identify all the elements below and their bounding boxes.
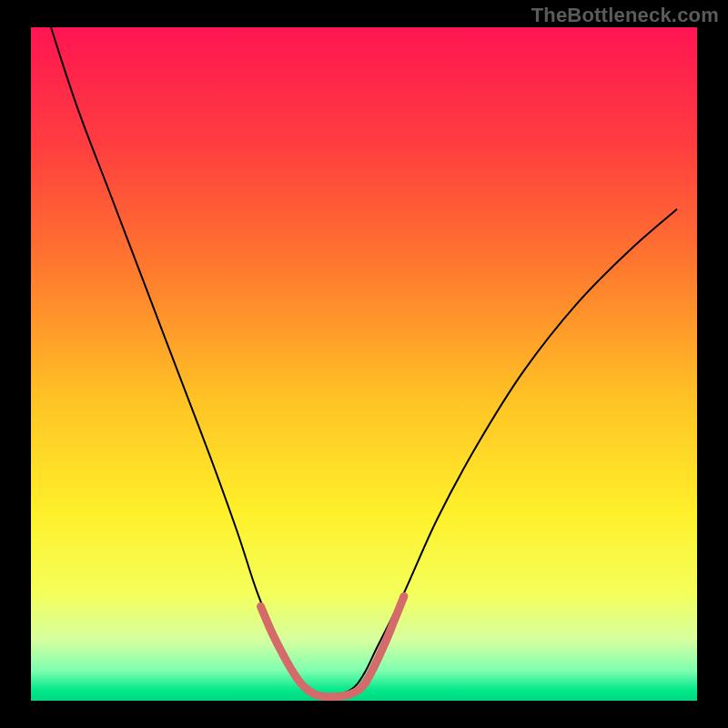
bottleneck-chart bbox=[0, 0, 728, 728]
chart-background-gradient bbox=[31, 27, 697, 701]
watermark-text: TheBottleneck.com bbox=[531, 4, 719, 27]
chart-stage: TheBottleneck.com bbox=[0, 0, 728, 728]
